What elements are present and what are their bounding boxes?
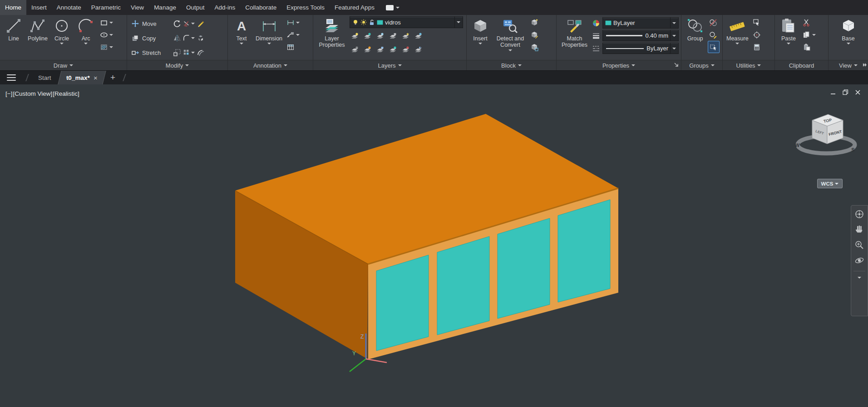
groups-panel-label[interactable]: Groups <box>681 60 722 70</box>
quick-calculator-button[interactable] <box>751 41 762 53</box>
group-edit-button[interactable] <box>708 29 720 41</box>
text-button[interactable]: A Text <box>230 16 253 45</box>
ribbon-tab-insert[interactable]: Insert <box>26 0 52 15</box>
ucs-selector[interactable]: WCS <box>817 179 843 188</box>
block-panel-label[interactable]: Block <box>467 60 556 70</box>
orbit-icon[interactable] <box>854 255 864 265</box>
explode-button[interactable] <box>195 31 207 45</box>
tab-start[interactable]: Start <box>32 71 58 84</box>
layer-change-to-current-icon[interactable] <box>389 46 397 54</box>
array-button[interactable] <box>183 45 195 60</box>
lineweight-combo[interactable]: 0.40 mm <box>602 30 679 41</box>
model-3d-box[interactable] <box>235 114 618 359</box>
table-button[interactable] <box>285 41 301 53</box>
layer-copy-objects-icon[interactable] <box>402 46 409 54</box>
layer-freeze-icon[interactable] <box>376 33 384 40</box>
ribbon-display-toggle[interactable] <box>381 0 404 15</box>
compass-south-label[interactable]: S <box>851 147 854 152</box>
cut-button[interactable] <box>801 16 817 29</box>
linetype-combo[interactable]: ByLayer <box>602 43 679 54</box>
circle-button[interactable]: Circle <box>50 16 73 45</box>
create-block-button[interactable] <box>529 16 540 29</box>
viewcube[interactable]: W S TOP LEFT FRONT <box>795 114 855 153</box>
mirror-button[interactable] <box>171 31 183 45</box>
layer-color-swatch[interactable] <box>377 20 383 25</box>
write-block-button[interactable] <box>529 29 540 41</box>
view-name-control[interactable]: [Custom View] <box>13 90 52 97</box>
paste-button[interactable]: Paste <box>777 16 800 45</box>
properties-panel-label[interactable]: Properties <box>557 60 681 70</box>
insert-button[interactable]: Insert <box>469 16 492 45</box>
ribbon-tab-featured-apps[interactable]: Featured Apps <box>330 0 380 15</box>
linetype-combo-dropdown-button[interactable] <box>670 43 677 54</box>
quick-select-button[interactable] <box>751 16 762 29</box>
detect-and-convert-button[interactable]: Detect and Convert <box>493 16 528 52</box>
ribbon-overflow-icon[interactable] <box>863 63 867 67</box>
viewport-menu-control[interactable]: [−] <box>5 90 12 97</box>
layer-unlock-icon[interactable] <box>369 19 375 25</box>
drawing-viewport[interactable]: Z Y W S TOP LEFT FRONT [−] [Custom View]… <box>0 84 868 407</box>
zoom-icon[interactable] <box>854 240 864 250</box>
hamburger-menu-icon[interactable] <box>0 71 23 84</box>
new-drawing-button[interactable]: + <box>106 71 120 84</box>
navbar-more-icon[interactable] <box>858 277 861 279</box>
dimension-style-button[interactable] <box>285 16 301 29</box>
close-icon[interactable] <box>855 89 861 95</box>
ribbon-tab-addins[interactable]: Add-ins <box>209 0 240 15</box>
ribbon-tab-parametric[interactable]: Parametric <box>86 0 126 15</box>
ribbon-tab-output[interactable]: Output <box>181 0 210 15</box>
window-4[interactable] <box>558 200 610 302</box>
match-properties-button[interactable]: Match Properties <box>559 16 590 49</box>
minimize-button[interactable] <box>830 89 836 95</box>
leader-button[interactable] <box>285 29 301 41</box>
layers-panel-label[interactable]: Layers <box>313 60 466 70</box>
ribbon-tab-view[interactable]: View <box>126 0 149 15</box>
pan-hand-icon[interactable] <box>854 225 864 235</box>
arc-button[interactable]: Arc <box>74 16 97 45</box>
annotation-panel-label[interactable]: Annotation <box>228 60 313 70</box>
close-tab-icon[interactable]: × <box>93 74 97 82</box>
draw-panel-label[interactable]: Draw <box>0 60 127 70</box>
restore-button[interactable] <box>843 89 848 95</box>
block-editor-button[interactable] <box>529 41 540 53</box>
ungroup-button[interactable] <box>708 16 720 29</box>
window-3[interactable] <box>498 218 550 319</box>
visual-style-control[interactable]: [Realistic] <box>53 90 79 97</box>
group-selection-toggle[interactable] <box>708 41 720 53</box>
lineweight-combo-dropdown-button[interactable] <box>670 30 677 41</box>
layer-thaw-sun-icon[interactable] <box>360 19 367 25</box>
color-combo-dropdown-button[interactable] <box>670 18 677 28</box>
properties-dialog-launcher[interactable] <box>674 62 679 68</box>
window-1[interactable] <box>376 255 429 351</box>
ribbon-tab-collaborate[interactable]: Collaborate <box>240 0 281 15</box>
scale-button[interactable] <box>171 45 183 60</box>
clipboard-panel-label[interactable]: Clipboard <box>775 60 828 70</box>
ribbon-tab-manage[interactable]: Manage <box>149 0 181 15</box>
erase-button[interactable] <box>195 16 207 31</box>
layer-on-bulb-icon[interactable] <box>352 19 359 25</box>
object-color-combo[interactable]: ByLayer <box>602 17 679 29</box>
modify-panel-label[interactable]: Modify <box>127 60 227 70</box>
line-button[interactable]: Line <box>2 16 25 43</box>
compass-west-label[interactable]: W <box>795 142 800 148</box>
navigation-wheel-icon[interactable] <box>854 209 864 219</box>
layer-lock-icon[interactable] <box>389 33 397 40</box>
utilities-panel-label[interactable]: Utilities <box>723 60 774 70</box>
dimension-button[interactable]: Dimension <box>254 16 284 45</box>
polyline-button[interactable]: Polyline <box>26 16 49 43</box>
layer-unlock-all-icon[interactable] <box>376 46 384 54</box>
move-button[interactable]: Move <box>129 16 171 31</box>
id-point-button[interactable] <box>751 29 762 41</box>
ribbon-tab-annotate[interactable]: Annotate <box>52 0 86 15</box>
layer-previous-icon[interactable] <box>414 46 422 54</box>
hatch-button[interactable] <box>99 41 114 53</box>
layer-isolate-icon[interactable] <box>364 33 371 40</box>
fillet-button[interactable] <box>183 31 195 45</box>
group-button[interactable]: Group <box>684 16 706 43</box>
ribbon-tab-home[interactable]: Home <box>0 0 26 15</box>
window-2[interactable] <box>437 236 489 335</box>
stretch-button[interactable]: Stretch <box>129 45 171 60</box>
layer-thaw-icon[interactable] <box>364 46 371 54</box>
rotate-button[interactable] <box>171 16 183 31</box>
ribbon-tab-express-tools[interactable]: Express Tools <box>281 0 330 15</box>
